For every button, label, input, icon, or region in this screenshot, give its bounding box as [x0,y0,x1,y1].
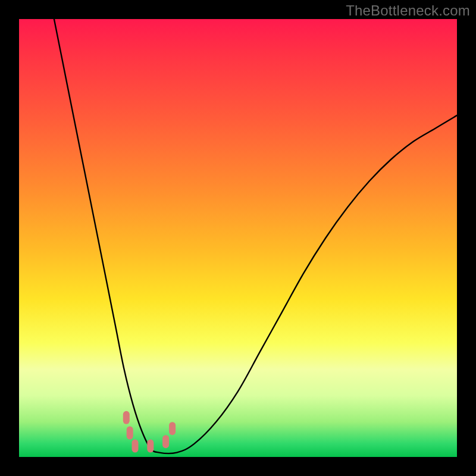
curve-marker [147,440,154,453]
plot-area [19,19,457,457]
curve-marker [162,435,169,448]
bottleneck-curve-path [54,19,457,453]
chart-frame: TheBottleneck.com [0,0,476,476]
curve-svg [19,19,457,457]
curve-line [54,19,457,453]
watermark-text: TheBottleneck.com [346,2,470,19]
curve-marker [123,411,130,424]
curve-marker [169,422,176,435]
curve-marker [132,440,139,453]
curve-markers [123,411,176,453]
curve-marker [127,427,133,440]
